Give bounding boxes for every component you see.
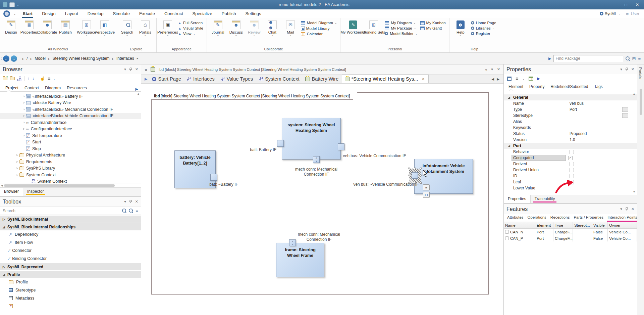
tree-item-requirements[interactable]: >Requirements bbox=[0, 159, 141, 165]
portals-button[interactable]: ⌂ Portals ⌄ bbox=[136, 19, 154, 37]
properties-tab-property[interactable]: Property bbox=[527, 83, 547, 91]
quick-access-icon[interactable] bbox=[9, 2, 15, 7]
home-page-button[interactable]: Home Page bbox=[471, 21, 496, 25]
nav-menu-icon[interactable]: ≡ bbox=[638, 56, 641, 61]
part-system[interactable]: system: Steering Wheel Heating System bbox=[282, 118, 341, 160]
model-library-button[interactable]: Model Library bbox=[301, 26, 337, 31]
table-row-can-n[interactable]: CAN_N Port ChargeF... False Vehicle Co..… bbox=[504, 229, 637, 235]
save-icon[interactable] bbox=[507, 77, 512, 81]
tree-item-mechanical-connection-if[interactable]: >«interfaceBlock» Mechanical Connection … bbox=[0, 106, 141, 113]
toolbox-search-input[interactable] bbox=[3, 209, 120, 213]
features-dropdown-icon[interactable]: ▾ bbox=[620, 207, 622, 211]
prop-row-type[interactable]: TypePort... bbox=[504, 106, 637, 113]
perspective-selector[interactable]: SysML ⌄ bbox=[600, 11, 621, 16]
browser-dropdown-icon[interactable]: ▾ bbox=[124, 67, 126, 72]
nav-back-button[interactable]: ← bbox=[3, 55, 9, 62]
ribbon-tab-start[interactable]: Start bbox=[18, 10, 38, 17]
port-mech-conn[interactable]: ∧∨ bbox=[313, 156, 320, 163]
ribbon-tab-design[interactable]: Design bbox=[37, 10, 60, 17]
toolbox-item-metaclass[interactable]: Metaclass bbox=[0, 294, 141, 302]
toolbox-section-sysml-deprecated[interactable]: ▷SysML Deprecated bbox=[0, 263, 141, 270]
my-workbench-button[interactable]: ✎ My Workbench bbox=[342, 19, 364, 34]
table-row-can-p[interactable]: CAN_P Port ChargeF... False Vehicle Co..… bbox=[504, 235, 637, 241]
toolbox-item-stereotype[interactable]: Stereotype bbox=[0, 286, 141, 294]
maximize-button[interactable]: □ bbox=[621, 1, 631, 9]
doc-tab-scroll-left-icon[interactable]: ◀ bbox=[492, 77, 494, 81]
tree-item-stop[interactable]: ∕Stop bbox=[0, 145, 141, 152]
properties-tab-tags[interactable]: Tags bbox=[591, 83, 605, 91]
doc-tab-steering-wheel[interactable]: *Steering Wheel Heating Sys...✕ bbox=[342, 75, 428, 83]
ribbon-tab-layout[interactable]: Layout bbox=[60, 10, 83, 17]
ribbon-tab-publish[interactable]: Publish bbox=[217, 10, 241, 17]
tree-item-vehicle-communication-if[interactable]: >«interfaceBlock» Vehicle Communication … bbox=[0, 113, 141, 120]
features-pin-icon[interactable] bbox=[625, 207, 628, 211]
find-play-icon[interactable]: ▶ bbox=[548, 56, 551, 61]
browse-grid-icon[interactable]: ⊞ bbox=[632, 56, 636, 61]
minimize-button[interactable]: – bbox=[609, 1, 620, 9]
col-name[interactable]: Name bbox=[504, 222, 535, 228]
browser-tab-context[interactable]: Context bbox=[22, 85, 42, 91]
derived-union-checkbox[interactable] bbox=[570, 168, 574, 172]
toolbox-item-dependency[interactable]: ↗Dependency bbox=[0, 230, 141, 238]
nav-forward-button[interactable]: → bbox=[11, 55, 17, 62]
close-button[interactable]: ✕ bbox=[632, 1, 643, 9]
caption-close-icon[interactable]: ✕ bbox=[497, 67, 500, 72]
toolbox-dropdown-icon[interactable]: ▾ bbox=[124, 199, 126, 204]
locate-icon[interactable]: ☝ bbox=[40, 76, 45, 81]
new-diagram-icon[interactable] bbox=[17, 77, 22, 81]
properties-close-icon[interactable]: ✕ bbox=[631, 67, 634, 72]
port-batt-conjugated[interactable] bbox=[210, 174, 217, 181]
workspace-button[interactable]: ⊞ Workspace ⌄ bbox=[77, 19, 96, 37]
properties-vertical-scrollbar[interactable]: ▲▼ bbox=[632, 92, 636, 193]
browser-horizontal-scrollbar[interactable]: ◀ bbox=[0, 183, 141, 187]
breadcrumb-system[interactable]: Steering Wheel Heating System bbox=[47, 56, 111, 61]
properties-dropdown-icon[interactable]: ▾ bbox=[620, 67, 622, 72]
col-stereotype[interactable]: Stereot... bbox=[573, 222, 592, 228]
prop-row-conjugated[interactable]: Conjugated bbox=[504, 155, 637, 161]
browser-close-icon[interactable]: ✕ bbox=[135, 67, 138, 72]
ea-logo-chevron-icon[interactable]: ⌄ bbox=[13, 12, 16, 15]
ribbon-tab-settings[interactable]: Settings bbox=[241, 10, 266, 17]
perspective-button[interactable]: ◧ Perspective ⌄ bbox=[96, 19, 114, 37]
prop-row-version[interactable]: Version1.0 bbox=[504, 137, 637, 143]
toolbox-item-profile[interactable]: Profile bbox=[0, 278, 141, 286]
publish-button[interactable]: ▤ Publish bbox=[56, 19, 74, 34]
tree-item-battery-wire[interactable]: >«block» Battery Wire bbox=[0, 100, 141, 106]
col-type[interactable]: Type bbox=[553, 222, 573, 228]
browser-menu-icon[interactable]: ≡ bbox=[48, 76, 50, 81]
caption-pin-left-icon[interactable]: « bbox=[485, 68, 487, 72]
toolbox-item-item-flow[interactable]: ↗Item Flow bbox=[0, 238, 141, 246]
libraries-button[interactable]: Libraries⌄ bbox=[471, 26, 496, 30]
behavior-checkbox[interactable] bbox=[570, 150, 574, 154]
diagram-canvas[interactable]: ibd[block] Steering Wheel Heating System… bbox=[141, 84, 503, 315]
tree-item-configuration-interface[interactable]: >∞ConfigurationInterface bbox=[0, 126, 141, 133]
features-tab-attributes[interactable]: Attributes bbox=[505, 214, 526, 222]
conjugated-checkbox[interactable] bbox=[568, 156, 573, 160]
my-diagram-button[interactable]: My Diagram⌄ bbox=[385, 21, 417, 25]
doc-tab-start-page[interactable]: Start Page bbox=[149, 75, 184, 83]
tree-item-physical-architecture[interactable]: >Physical Architecture bbox=[0, 152, 141, 159]
caption-collapse-icon[interactable]: « bbox=[145, 67, 147, 72]
col-owner[interactable]: Owner bbox=[608, 222, 637, 228]
bottom-tab-browser[interactable]: Browser bbox=[0, 188, 23, 196]
doc-tab-value-types[interactable]: Value Types bbox=[218, 75, 256, 83]
prop-row-name[interactable]: Nameveh bus bbox=[504, 100, 637, 106]
features-tab-operations[interactable]: Operations bbox=[526, 214, 548, 222]
quicklink-drawer-icon[interactable]: ⊟ bbox=[423, 192, 430, 198]
register-button[interactable]: Register bbox=[471, 32, 496, 36]
ribbon-tab-construct[interactable]: Construct bbox=[160, 10, 188, 17]
bottom-tab-inspector[interactable]: Inspector bbox=[23, 188, 48, 196]
section-port[interactable]: ◢Port bbox=[504, 143, 637, 149]
new-package-icon[interactable] bbox=[3, 77, 7, 80]
browser-tab-project[interactable]: Project bbox=[3, 85, 21, 91]
journal-button[interactable]: ✎ Journal ⌄ bbox=[209, 19, 227, 37]
user-menu[interactable]: ☻ User bbox=[625, 11, 639, 16]
tree-item-command-interface[interactable]: >∞CommandInterface bbox=[0, 119, 141, 126]
browser-vertical-scrollbar[interactable]: ▲ bbox=[136, 92, 141, 182]
prop-row-derived[interactable]: Derived bbox=[504, 161, 637, 167]
caption-dropdown-icon[interactable]: ▾ bbox=[491, 67, 493, 72]
help-button[interactable]: Help ⌄ bbox=[451, 19, 470, 37]
quicklink-menu-icon[interactable]: ≡ bbox=[423, 184, 430, 190]
chat-button[interactable]: ☻☻ Chat ⌄ bbox=[263, 19, 281, 37]
breadcrumb-model[interactable]: Model bbox=[29, 56, 47, 61]
